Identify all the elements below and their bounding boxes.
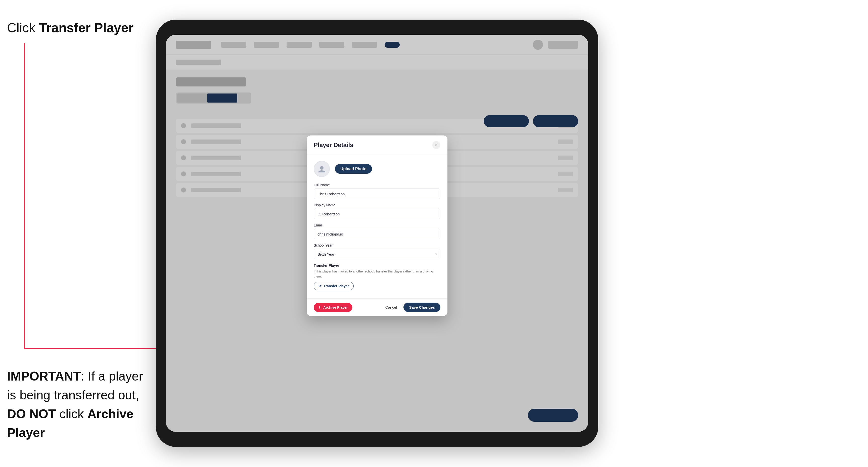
instruction-important: IMPORTANT [7, 369, 81, 383]
save-changes-button[interactable]: Save Changes [403, 303, 440, 312]
instruction-bold: Transfer Player [39, 20, 133, 35]
display-name-label: Display Name [314, 203, 440, 207]
school-year-group: School Year Sixth Year ▾ [314, 243, 440, 259]
email-input[interactable] [314, 229, 440, 239]
full-name-label: Full Name [314, 183, 440, 187]
school-year-label: School Year [314, 243, 440, 247]
modal-footer: ⬇ Archive Player Cancel Save Changes [307, 298, 447, 316]
email-group: Email [314, 223, 440, 239]
arrow-vertical [24, 43, 25, 349]
transfer-player-button[interactable]: ⟳ Transfer Player [314, 282, 354, 290]
modal-body: Upload Photo Full Name Display Name [307, 155, 447, 298]
footer-right: Cancel Save Changes [381, 303, 440, 312]
avatar-section: Upload Photo [314, 161, 440, 177]
upload-photo-button[interactable]: Upload Photo [335, 164, 372, 174]
school-year-wrapper: Sixth Year ▾ [314, 249, 440, 259]
archive-icon: ⬇ [318, 305, 321, 309]
display-name-input[interactable] [314, 209, 440, 219]
archive-btn-label: Archive Player [323, 305, 348, 309]
modal-close-button[interactable]: × [432, 141, 440, 149]
modal-title: Player Details [314, 142, 353, 149]
school-year-select[interactable]: Sixth Year [314, 249, 440, 259]
svg-point-0 [320, 166, 323, 170]
instruction-text2: click [56, 407, 87, 421]
user-icon [318, 165, 326, 173]
display-name-group: Display Name [314, 203, 440, 219]
tablet-frame: Player Details × Upload Photo [156, 20, 598, 447]
modal-overlay: Player Details × Upload Photo [166, 35, 588, 432]
transfer-icon: ⟳ [318, 284, 321, 288]
instruction-prefix: Click [7, 20, 39, 35]
modal-header: Player Details × [307, 135, 447, 155]
transfer-btn-label: Transfer Player [323, 284, 349, 288]
archive-player-button[interactable]: ⬇ Archive Player [314, 303, 352, 312]
full-name-input[interactable] [314, 188, 440, 199]
transfer-description: If this player has moved to another scho… [314, 269, 440, 279]
full-name-group: Full Name [314, 183, 440, 199]
instruction-bottom: IMPORTANT: If a player is being transfer… [7, 367, 153, 442]
email-label: Email [314, 223, 440, 227]
instruction-do-not: DO NOT [7, 407, 56, 421]
transfer-label: Transfer Player [314, 263, 440, 268]
cancel-button[interactable]: Cancel [381, 303, 402, 312]
transfer-section: Transfer Player If this player has moved… [314, 263, 440, 290]
avatar-circle [314, 161, 330, 177]
tablet-screen: Player Details × Upload Photo [166, 35, 588, 432]
player-details-modal: Player Details × Upload Photo [307, 135, 447, 316]
instruction-top: Click Transfer Player [7, 20, 133, 35]
